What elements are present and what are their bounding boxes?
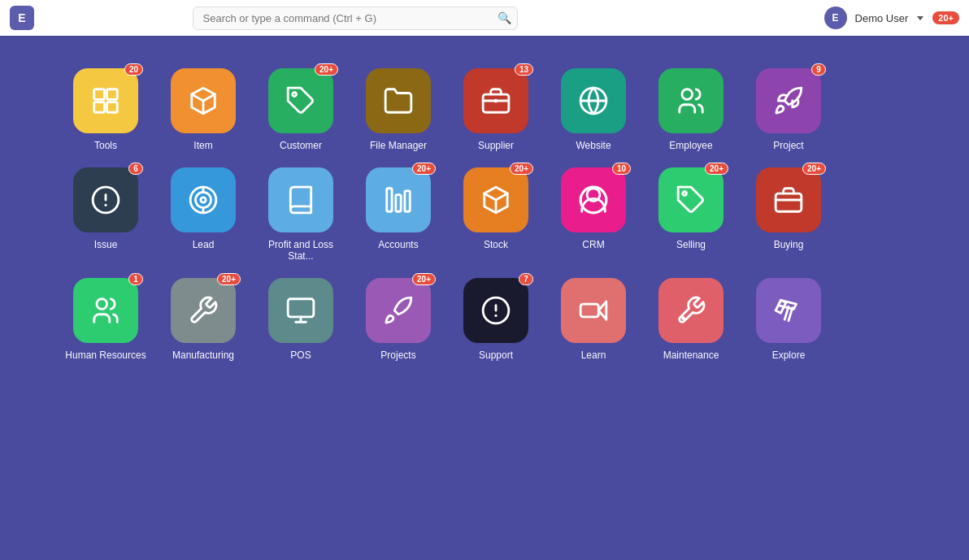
app-icon-crm	[561, 167, 626, 232]
app-item-tools[interactable]: 20Tools	[65, 68, 146, 151]
svg-line-34	[789, 308, 793, 321]
app-icon-supplier	[463, 68, 528, 133]
app-item-lead[interactable]: Lead	[163, 167, 244, 262]
app-item-explore[interactable]: Explore	[748, 278, 829, 361]
app-label-project: Project	[773, 140, 803, 151]
app-label-employee: Employee	[669, 140, 712, 151]
app-item-customer[interactable]: 20+Customer	[260, 68, 341, 151]
app-item-profit-loss[interactable]: Profit and Loss Stat...	[260, 167, 341, 262]
app-label-maintenance: Maintenance	[663, 349, 719, 361]
app-item-website[interactable]: Website	[553, 68, 634, 151]
app-label-pos: POS	[290, 349, 311, 361]
badge-crm: 10	[612, 163, 631, 175]
app-item-support[interactable]: 7Support	[455, 278, 537, 361]
app-logo[interactable]: E	[10, 6, 34, 30]
search-input[interactable]	[193, 7, 518, 30]
app-icon-issue	[73, 167, 138, 232]
app-icon-maintenance	[658, 278, 723, 343]
app-icon-manufacturing	[171, 278, 236, 343]
app-item-pos[interactable]: POS	[260, 278, 341, 361]
app-label-support: Support	[479, 349, 513, 361]
app-icon-website	[561, 68, 626, 133]
app-item-projects[interactable]: 20+Projects	[358, 278, 439, 361]
app-label-item: Item	[193, 140, 212, 151]
app-label-explore: Explore	[772, 349, 806, 361]
app-icon-project	[756, 68, 821, 133]
notif-badge[interactable]: 20+	[932, 11, 959, 24]
app-label-profit-loss: Profit and Loss Stat...	[260, 239, 341, 262]
app-item-maintenance[interactable]: Maintenance	[650, 278, 732, 361]
svg-point-23	[683, 192, 687, 196]
badge-issue: 6	[128, 163, 143, 175]
app-item-selling[interactable]: 20+Selling	[650, 167, 732, 262]
app-grid: 20ToolsItem20+CustomerFile Manager13Supp…	[65, 68, 904, 361]
badge-human-resources: 1	[128, 273, 143, 285]
svg-rect-4	[107, 102, 118, 113]
badge-support: 7	[519, 273, 533, 285]
user-name[interactable]: Demo User	[855, 12, 909, 24]
app-label-stock: Stock	[484, 239, 508, 250]
app-icon-selling	[658, 167, 723, 232]
svg-rect-26	[288, 299, 314, 317]
svg-rect-6	[483, 94, 509, 112]
svg-rect-20	[405, 191, 410, 211]
app-icon-projects	[366, 278, 431, 343]
badge-projects: 20+	[412, 273, 436, 285]
badge-supplier: 13	[515, 63, 533, 76]
app-label-supplier: Supplier	[478, 140, 514, 151]
badge-stock: 20+	[510, 163, 533, 175]
app-label-lead: Lead	[193, 239, 215, 250]
app-item-buying[interactable]: 20+Buying	[748, 167, 829, 262]
app-item-project[interactable]: 9Project	[748, 68, 829, 151]
svg-point-22	[580, 187, 606, 213]
app-item-item[interactable]: Item	[163, 68, 244, 151]
app-item-crm[interactable]: 10CRM	[553, 167, 634, 262]
svg-rect-24	[776, 193, 802, 211]
app-icon-human-resources	[73, 278, 138, 343]
svg-marker-31	[598, 302, 606, 319]
app-item-stock[interactable]: 20+Stock	[455, 167, 537, 262]
app-label-manufacturing: Manufacturing	[172, 349, 234, 361]
badge-tools: 20	[124, 63, 143, 76]
svg-rect-19	[396, 195, 401, 212]
app-item-manufacturing[interactable]: 20+Manufacturing	[163, 278, 244, 361]
svg-point-15	[201, 198, 206, 202]
app-label-learn: Learn	[581, 349, 606, 361]
app-icon-learn	[561, 278, 626, 343]
app-grid-container: 20ToolsItem20+CustomerFile Manager13Supp…	[0, 36, 969, 393]
user-avatar: E	[824, 7, 847, 29]
app-icon-customer	[268, 68, 333, 133]
app-item-supplier[interactable]: 13Supplier	[455, 68, 537, 151]
svg-point-9	[682, 89, 693, 100]
app-item-issue[interactable]: 6Issue	[65, 167, 146, 262]
app-icon-employee	[658, 68, 723, 133]
app-label-human-resources: Human Resources	[65, 349, 146, 361]
app-icon-accounts	[366, 167, 431, 232]
app-label-file-manager: File Manager	[370, 140, 427, 151]
app-item-accounts[interactable]: 20+Accounts	[358, 167, 439, 262]
app-item-employee[interactable]: Employee	[650, 68, 732, 151]
search-icon: 🔍	[498, 11, 511, 24]
header: E 🔍 E Demo User 20+	[0, 0, 969, 36]
svg-point-5	[293, 93, 297, 97]
app-icon-item	[171, 68, 236, 133]
app-label-selling: Selling	[676, 239, 706, 250]
app-label-tools: Tools	[94, 140, 117, 151]
app-item-human-resources[interactable]: 1Human Resources	[65, 278, 146, 361]
badge-project: 9	[811, 63, 826, 76]
app-icon-support	[463, 278, 528, 343]
app-label-projects: Projects	[380, 349, 415, 361]
app-icon-profit-loss	[268, 167, 333, 232]
badge-buying: 20+	[802, 163, 826, 175]
app-icon-file-manager	[366, 68, 431, 133]
svg-marker-0	[917, 16, 923, 20]
chevron-down-icon	[916, 14, 924, 22]
app-item-file-manager[interactable]: File Manager	[358, 68, 439, 151]
app-icon-lead	[171, 167, 236, 232]
app-icon-tools	[73, 68, 138, 133]
svg-point-14	[196, 193, 211, 208]
app-label-crm: CRM	[582, 239, 604, 250]
app-item-learn[interactable]: Learn	[553, 278, 634, 361]
badge-customer: 20+	[315, 63, 338, 76]
svg-rect-1	[94, 89, 105, 100]
